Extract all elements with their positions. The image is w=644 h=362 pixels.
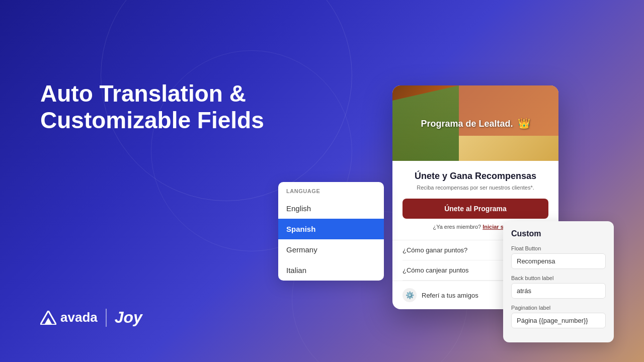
joy-text: Joy [115,308,142,327]
custom-panel: Custom Float Button Recompensa Back butt… [503,221,614,342]
left-content: Auto Translation & Customizable Fields [40,80,264,134]
language-item-spanish[interactable]: Spanish [278,219,384,239]
logo-area: avada Joy [40,308,142,327]
custom-field-pagination: Pagination label Página {{page_number}} [511,305,606,328]
float-button-input[interactable]: Recompensa [511,253,606,269]
back-button-label: Back button label [511,275,606,281]
back-button-input[interactable]: atrás [511,283,606,299]
main-title: Auto Translation & Customizable Fields [40,80,264,134]
hero-badge-text: Programa de Lealtad. 👑 [421,119,530,129]
background: Auto Translation & Customizable Fields a… [0,0,644,362]
referral-text: Referí a tus amigos [422,292,478,299]
float-button-label: Float Button [511,245,606,251]
card-subtext: Reciba recompensas por ser nuestros clie… [403,185,548,191]
building-bottom [459,136,558,161]
language-item-italian[interactable]: Italian [278,260,384,281]
pagination-label: Pagination label [511,305,606,311]
avada-text: avada [60,310,98,325]
join-button[interactable]: Únete al Programa [403,199,548,219]
language-dropdown: LANGUAGE English Spanish Germany Italian [278,182,384,281]
custom-field-back: Back button label atrás [511,275,606,299]
crown-icon: 👑 [518,118,530,129]
custom-field-float: Float Button Recompensa [511,245,606,269]
logo-divider [106,309,107,327]
language-item-germany[interactable]: Germany [278,239,384,260]
pagination-input[interactable]: Página {{page_number}} [511,313,606,328]
language-dropdown-header: LANGUAGE [278,182,384,198]
custom-panel-title: Custom [511,229,606,238]
language-item-english[interactable]: English [278,198,384,219]
hero-badge: Programa de Lealtad. 👑 [421,117,530,129]
avada-icon [40,311,56,325]
svg-marker-1 [44,318,52,325]
avada-logo: avada [40,310,98,325]
card-headline: Únete y Gana Recompensas [403,171,548,182]
referral-icon: ⚙️ [403,288,417,302]
card-hero-image: Programa de Lealtad. 👑 [392,85,558,161]
